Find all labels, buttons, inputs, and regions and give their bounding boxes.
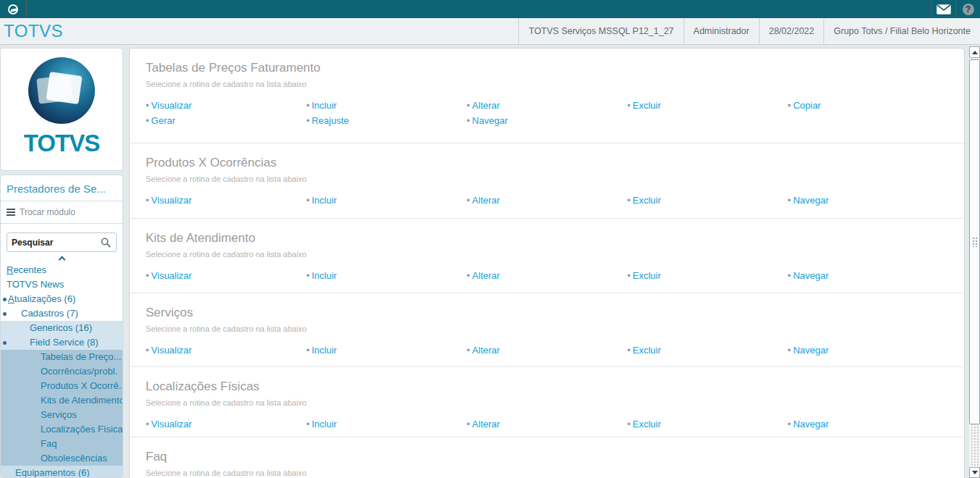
search-icon[interactable] [101,238,111,248]
menu-item-recentes[interactable]: Recentes [1,263,122,277]
bullet: • [467,419,470,429]
company-branch-label: Grupo Totvs / Filial Belo Horizonte [823,18,980,44]
action-link-navegar[interactable]: •Navegar [788,417,948,432]
bullet: • [467,270,470,281]
tree-node-dot [3,298,7,301]
section-kits-de-atendimento: Kits de Atendimento Selecione a rotina d… [130,218,964,293]
menu-item-produtos-x-ocorrencias[interactable]: Produtos X Ocorrê... [1,379,122,393]
bullet: • [306,270,310,281]
action-link-visualizar[interactable]: •Visualizar [146,98,306,113]
action-link-visualizar[interactable]: •Visualizar [146,417,306,432]
bullet: • [788,270,792,281]
section-title: Produtos X Ocorrências [146,156,948,170]
header-info: TOTVS Serviços MSSQL P12_1_27 Administra… [518,18,980,44]
help-button[interactable]: ? [955,0,980,18]
action-link-excluir[interactable]: •Excluir [627,343,787,358]
change-module-button[interactable]: Trocar módulo [1,201,122,224]
totvs-mark-icon [8,4,18,14]
section-title: Kits de Atendimento [146,231,948,246]
action-link-alterar[interactable]: •Alterar [467,343,627,358]
user-label: Administrador [684,18,759,44]
action-link-excluir[interactable]: •Excluir [627,269,787,283]
menu-item-atualizacoes[interactable]: Atualizações (6) [1,292,122,306]
module-menu: Recentes TOTVS News Atualizações (6) Cad… [1,263,122,478]
bullet: • [467,100,470,111]
menu-item-equipamentos[interactable]: Equipamentos (6) [1,466,122,478]
section-produtos-x-ocorrencias: Produtos X Ocorrências Selecione a rotin… [130,143,964,218]
action-link-incluir[interactable]: •Incluir [306,343,466,358]
scroll-down-button[interactable] [969,467,980,478]
bullet: • [627,100,631,111]
module-title: Prestadores de Se... [1,175,122,201]
action-link-incluir[interactable]: •Incluir [306,269,466,283]
bullet: • [146,345,149,356]
menu-item-ocorrencias[interactable]: Ocorrências/probl. [1,364,122,379]
bullet: • [146,100,149,111]
action-link-alterar[interactable]: •Alterar [467,417,627,432]
action-link-gerar[interactable]: •Gerar [146,114,306,128]
menu-item-cadastros[interactable]: Cadastros (7) [1,306,122,321]
action-link-copiar[interactable]: •Copiar [788,98,948,113]
menu-item-kits-de-atendimento[interactable]: Kits de Atendimento [1,393,122,408]
menu-search [1,224,122,254]
menu-item-servicos[interactable]: Serviços [1,408,122,422]
action-link-excluir[interactable]: •Excluir [627,98,787,113]
menu-item-faq[interactable]: Faq [1,437,122,451]
menu-item-localizacoes-fisicas[interactable]: Localizações Físicas [1,422,122,437]
action-link-visualizar[interactable]: •Visualizar [146,193,306,208]
section-actions: •Visualizar •Incluir •Alterar •Excluir •… [146,98,948,128]
bullet: • [627,195,631,206]
bullet: • [306,100,310,111]
bullet: • [146,270,149,281]
bullet: • [306,419,310,429]
question-icon: ? [963,4,974,15]
action-link-reajuste[interactable]: •Reajuste [306,114,466,128]
action-link-excluir[interactable]: •Excluir [627,193,787,208]
action-link-alterar[interactable]: •Alterar [467,193,627,208]
action-link-incluir[interactable]: •Incluir [306,417,466,432]
menu-item-genericos[interactable]: Genericos (16) [1,321,122,335]
menu-item-tabelas-de-preco[interactable]: Tabelas de Preço... [1,350,122,364]
menu-item-totvs-news[interactable]: TOTVS News [1,277,122,292]
section-title: Tabelas de Preços Faturamento [146,61,948,75]
bullet: • [627,270,631,281]
triangle-up-icon [972,51,978,54]
action-link-alterar[interactable]: •Alterar [467,98,627,113]
action-link-visualizar[interactable]: •Visualizar [146,269,306,283]
section-actions: •Visualizar •Incluir •Alterar •Excluir •… [146,193,948,208]
totvs-sphere-logo [28,57,95,124]
section-actions: •Visualizar •Incluir •Alterar •Excluir •… [146,417,948,432]
action-link-incluir[interactable]: •Incluir [306,193,466,208]
envelope-icon [937,4,951,14]
scroll-up-button[interactable] [969,46,980,58]
section-subtitle: Selecione a rotina de cadastro na lista … [146,250,948,259]
action-link-navegar[interactable]: •Navegar [788,269,948,283]
bullet: • [306,115,310,126]
action-link-excluir[interactable]: •Excluir [627,417,787,432]
action-link-visualizar[interactable]: •Visualizar [146,343,306,358]
section-subtitle: Selecione a rotina de cadastro na lista … [146,324,948,333]
mail-button[interactable] [931,0,955,18]
menu-item-obsolescencias[interactable]: Obsolescências [1,451,122,466]
section-subtitle: Selecione a rotina de cadastro na lista … [146,469,948,477]
bullet: • [788,100,792,111]
bullet: • [627,419,631,429]
action-link-alterar[interactable]: •Alterar [467,269,627,283]
action-link-incluir[interactable]: •Incluir [306,98,466,113]
action-link-navegar[interactable]: •Navegar [788,343,948,358]
sidebar-logo-card: TOTVS [0,48,123,171]
bullet: • [627,345,631,356]
scrollbar-thumb[interactable] [969,59,980,424]
menu-item-field-service[interactable]: Field Service (8) [1,335,122,350]
section-subtitle: Selecione a rotina de cadastro na lista … [146,80,948,88]
totvs-mark-button[interactable] [0,0,27,18]
thumb-grip-icon [972,237,979,247]
menu-collapse-handle[interactable] [1,254,122,263]
vertical-scrollbar[interactable] [969,46,980,478]
action-link-navegar[interactable]: •Navegar [467,114,627,128]
section-tabelas-de-precos-faturamento: Tabelas de Preços Faturamento Selecione … [130,49,964,143]
action-link-navegar[interactable]: •Navegar [788,193,948,208]
bullet: • [788,419,792,429]
section-localizacoes-fisicas: Localizações Físicas Selecione a rotina … [130,366,964,437]
bullet: • [467,115,470,126]
